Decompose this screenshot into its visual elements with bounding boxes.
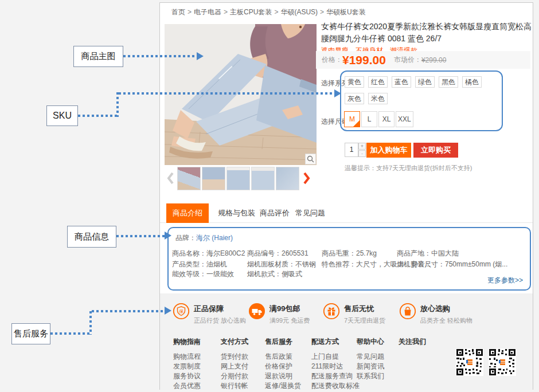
callout-sku-label: SKU — [53, 111, 72, 121]
footer-column-title: 支付方式 — [221, 337, 248, 347]
breadcrumb-item[interactable]: 华硕板U套装 — [326, 8, 366, 16]
callout-after-sale: 售后服务 — [11, 323, 50, 344]
footer-column-aftersale: 售后服务 售后政策 价格保护 退款说明 返修/退换货 取消订单 — [265, 337, 301, 392]
price-band: 价格： ¥199.00 市场价： ¥299.00 — [316, 51, 530, 69]
arrow-head-icon — [165, 307, 171, 315]
quantity-stepper: + - — [358, 143, 366, 157]
callout-after-sale-label: 售后服务 — [14, 328, 48, 339]
callout-sku: SKU — [46, 105, 78, 126]
next-thumbnail-icon[interactable] — [303, 171, 311, 185]
quantity-input[interactable]: 1 — [345, 143, 358, 157]
breadcrumb-item[interactable]: 首页 — [171, 8, 185, 16]
breadcrumb-item[interactable]: 电子电器 — [194, 8, 221, 16]
tab-bar: 商品介绍 规格与包装 商品评价 常见问题 — [160, 203, 533, 223]
service-item-aftersale: 售后无忧 7天无理由退货 — [323, 303, 385, 325]
qr-code-icon — [456, 348, 483, 376]
footer-column-help: 帮助中心 常见问题 新闻资讯 联系我们 — [357, 337, 384, 381]
truck-icon — [248, 303, 265, 320]
info-field: 产品类型：油烟机 — [172, 260, 227, 269]
footer-link[interactable]: 价格保护 — [265, 362, 301, 371]
footer-link[interactable]: 分期付款 — [221, 371, 248, 381]
footer-link[interactable]: 新闻资讯 — [357, 362, 384, 371]
product-page-panel: 首页>电子电器>主板CPU套装>华硕(ASUS)>华硕板U套装 — [159, 2, 533, 390]
thumbnail-3[interactable] — [226, 167, 250, 190]
footer-link[interactable]: 联系我们 — [357, 371, 384, 381]
footer-link[interactable]: 上门自提 — [311, 352, 360, 361]
footer-link[interactable]: 发票制度 — [173, 362, 201, 371]
price-value: ¥199.00 — [342, 53, 386, 67]
callout-main-image: 商品主图 — [73, 46, 123, 67]
footer-column-title: 关注我们 — [399, 337, 426, 347]
footer-link[interactable]: 银行转帐 — [221, 381, 248, 390]
qr-code-weibo — [489, 348, 516, 376]
buy-now-button[interactable]: 立即购买 — [413, 143, 458, 158]
breadcrumb: 首页>电子电器>主板CPU套装>华硕(ASUS)>华硕板U套装 — [170, 7, 368, 17]
service-item-shipping: 满99包邮 满99元 免运费 — [248, 303, 310, 325]
shopping-bag-icon — [399, 303, 416, 320]
brand-label: 品牌： — [175, 234, 196, 242]
thumbnail-2[interactable] — [202, 167, 225, 190]
info-field: 烟机安装尺寸：750mm±50mm (烟... — [397, 260, 507, 269]
arrow-line — [78, 115, 118, 117]
footer-link[interactable]: 售后政策 — [265, 352, 301, 361]
footer-link[interactable]: 退款说明 — [265, 371, 301, 381]
footer-column-payment: 支付方式 货到付款 网上支付 分期付款 银行转帐 — [221, 337, 248, 391]
tab-faq[interactable]: 常见问题 — [295, 203, 325, 223]
price-label: 价格： — [322, 55, 342, 65]
info-field: 商品编号：2605531 — [247, 249, 308, 258]
thumbnail-4[interactable] — [251, 167, 275, 190]
info-field: 烟机面板材质：不锈钢 — [247, 260, 316, 269]
service-desc: 品类齐全 轻松购物 — [420, 316, 472, 325]
breadcrumb-item[interactable]: 华硕(ASUS) — [280, 8, 318, 16]
footer-link[interactable]: 购物流程 — [173, 352, 201, 361]
arrow-line — [50, 332, 91, 335]
breadcrumb-separator: > — [224, 8, 228, 16]
footer-link[interactable]: 211限时达 — [311, 362, 360, 371]
thumbnail-5[interactable] — [276, 167, 299, 190]
product-main-image[interactable] — [165, 24, 317, 165]
footer-link[interactable]: 网上支付 — [221, 362, 248, 371]
info-field: 商品毛重：25.7kg — [322, 249, 377, 258]
service-item-easy-shop: 放心选购 品类齐全 轻松购物 — [399, 303, 472, 325]
info-field: 能效等级：一级能效 — [172, 269, 234, 279]
arrow-line — [89, 311, 92, 335]
footer-column-delivery: 配送方式 上门自提 211限时达 配送服务查询 配送费收取标准 海外配送 — [311, 337, 360, 392]
qr-code-icon — [489, 348, 516, 376]
arrow-line — [123, 55, 197, 57]
breadcrumb-separator: > — [188, 8, 192, 16]
thumbnail-strip — [160, 166, 317, 192]
info-field: 商品名称：海尔E800C2 — [172, 249, 245, 258]
service-desc: 正品行货 放心选购 — [194, 316, 246, 325]
market-price-label: 市场价： — [394, 55, 421, 65]
footer-link[interactable]: 服务协议 — [173, 371, 201, 381]
callout-product-info: 商品信息 — [67, 226, 116, 248]
sku-highlight-box — [340, 70, 503, 131]
arrow-line — [119, 92, 334, 95]
tab-product-intro[interactable]: 商品介绍 — [166, 203, 209, 223]
add-to-cart-button[interactable]: 加入购物车 — [366, 143, 411, 158]
product-photo — [165, 24, 317, 165]
service-title: 售后无忧 — [344, 304, 385, 314]
footer-link[interactable]: 会员优惠 — [173, 381, 201, 390]
quantity-decrease-button[interactable]: - — [358, 150, 366, 157]
footer-column-follow: 关注我们 — [399, 337, 426, 352]
service-desc: 满99元 免运费 — [270, 316, 310, 325]
brand-link[interactable]: 海尔 (Haier) — [196, 234, 233, 242]
footer-link[interactable]: 配送服务查询 — [311, 371, 360, 381]
brand-row: 品牌：海尔 (Haier) — [175, 233, 233, 243]
return-policy-tip: 温馨提示：支持7天无理由退货(拆封后不支持) — [345, 164, 472, 173]
arrow-line — [116, 92, 119, 117]
footer-link[interactable]: 配送费收取标准 — [311, 381, 360, 390]
tab-spec-package[interactable]: 规格与包装 — [218, 203, 255, 223]
footer-link[interactable]: 常见问题 — [357, 352, 384, 361]
breadcrumb-item[interactable]: 主板CPU套装 — [230, 8, 272, 16]
more-params-link[interactable]: 更多参数>> — [487, 276, 523, 285]
footer-link[interactable]: 返修/退换货 — [265, 381, 301, 390]
quantity-increase-button[interactable]: + — [358, 143, 366, 150]
prev-thumbnail-icon[interactable] — [166, 171, 174, 185]
tab-reviews[interactable]: 商品评价 — [260, 203, 290, 223]
arrow-head-icon — [334, 89, 341, 97]
zoom-button[interactable] — [305, 154, 316, 164]
footer-link[interactable]: 货到付款 — [221, 352, 248, 361]
thumbnail-1[interactable] — [177, 167, 201, 190]
